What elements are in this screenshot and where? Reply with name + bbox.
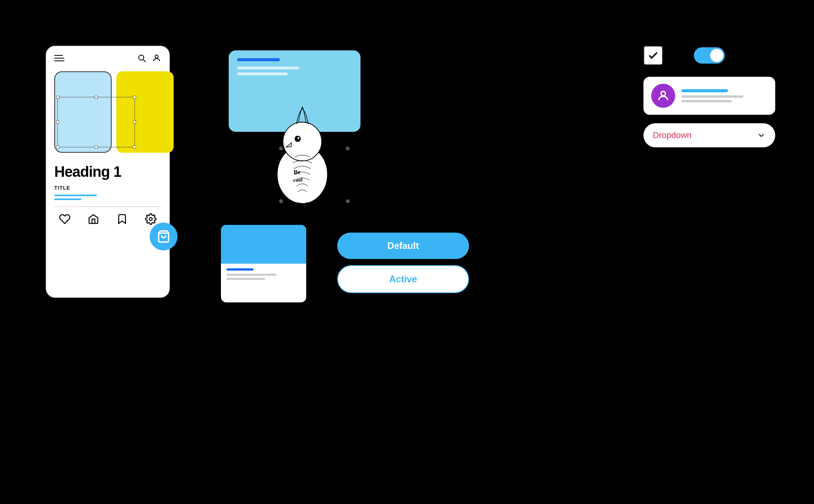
- svg-point-0: [139, 55, 144, 60]
- mobile-frame: Heading 1 TITLE: [46, 46, 170, 298]
- mobile-title-line2: [54, 198, 81, 200]
- bird-illustration: Be cool: [264, 97, 341, 213]
- settings-icon[interactable]: [145, 213, 157, 225]
- fab-button[interactable]: [150, 223, 178, 250]
- user-avatar: [651, 84, 675, 108]
- basket-icon: [157, 230, 170, 243]
- sel-handle-tr[interactable]: [133, 96, 136, 99]
- mobile-header-right: [137, 54, 161, 63]
- svg-line-11: [295, 202, 298, 211]
- dropdown-widget[interactable]: Dropdown: [643, 123, 775, 147]
- top-controls: [643, 46, 775, 65]
- toggle-switch[interactable]: [694, 47, 725, 64]
- chevron-down-icon: [757, 131, 766, 140]
- default-button[interactable]: Default: [337, 233, 469, 259]
- user-info-bar2: [681, 95, 743, 98]
- user-avatar-icon: [657, 89, 670, 102]
- mobile-title-line: [54, 195, 97, 196]
- small-card-bottom: [221, 264, 306, 285]
- sel-dot-4: [346, 199, 350, 203]
- active-button[interactable]: Active: [337, 265, 469, 293]
- sel-dot-1: [279, 147, 283, 150]
- svg-point-8: [298, 137, 300, 139]
- user-info-bar3: [681, 100, 732, 102]
- mobile-nav: [47, 207, 169, 231]
- svg-line-1: [143, 60, 146, 62]
- svg-point-7: [295, 136, 301, 142]
- hamburger-icon[interactable]: [54, 55, 64, 61]
- svg-text:Be: Be: [293, 168, 301, 175]
- card-widget-line2: [237, 72, 288, 75]
- user-info: [681, 89, 767, 102]
- bookmark-icon[interactable]: [116, 213, 128, 225]
- small-card: [221, 225, 306, 302]
- mobile-header: [47, 47, 169, 67]
- sel-handle-tl[interactable]: [56, 96, 59, 99]
- heart-icon[interactable]: [59, 213, 71, 225]
- toggle-thumb: [710, 49, 723, 62]
- small-card-top: [221, 225, 306, 264]
- card-widget-line1: [237, 67, 299, 69]
- sel-dot-2: [346, 147, 350, 150]
- sel-dot-3: [279, 199, 283, 203]
- sel-handle-mid-t[interactable]: [95, 96, 98, 99]
- small-card-bar1: [226, 268, 254, 271]
- small-card-bar2: [226, 274, 277, 276]
- sel-handle-mid-l[interactable]: [56, 121, 59, 124]
- sel-handle-bl[interactable]: [56, 145, 59, 148]
- checkbox[interactable]: [643, 46, 663, 65]
- small-card-bar3: [226, 278, 265, 280]
- dropdown-label: Dropdown: [653, 130, 692, 140]
- search-icon[interactable]: [137, 54, 147, 63]
- right-panel: Dropdown: [643, 46, 775, 159]
- mobile-title-label: TITLE: [47, 182, 169, 192]
- sel-handle-mid-b[interactable]: [95, 145, 98, 148]
- selection-overlay: [57, 97, 135, 147]
- sel-handle-br[interactable]: [133, 145, 136, 148]
- home-icon[interactable]: [88, 213, 99, 225]
- buttons-area: Default Active: [337, 233, 469, 293]
- checkmark-icon: [647, 50, 659, 61]
- svg-point-3: [149, 217, 152, 221]
- bird-container: Be cool: [264, 97, 349, 217]
- card-widget-bar: [237, 58, 280, 61]
- svg-line-12: [306, 202, 310, 211]
- mobile-heading: Heading 1: [47, 157, 169, 182]
- svg-text:cool: cool: [293, 177, 303, 183]
- user-card: [643, 77, 775, 115]
- svg-point-2: [155, 55, 158, 58]
- svg-point-13: [661, 91, 665, 96]
- user-icon[interactable]: [152, 54, 161, 63]
- user-info-bar1: [681, 89, 728, 92]
- sel-handle-mid-r[interactable]: [133, 121, 136, 124]
